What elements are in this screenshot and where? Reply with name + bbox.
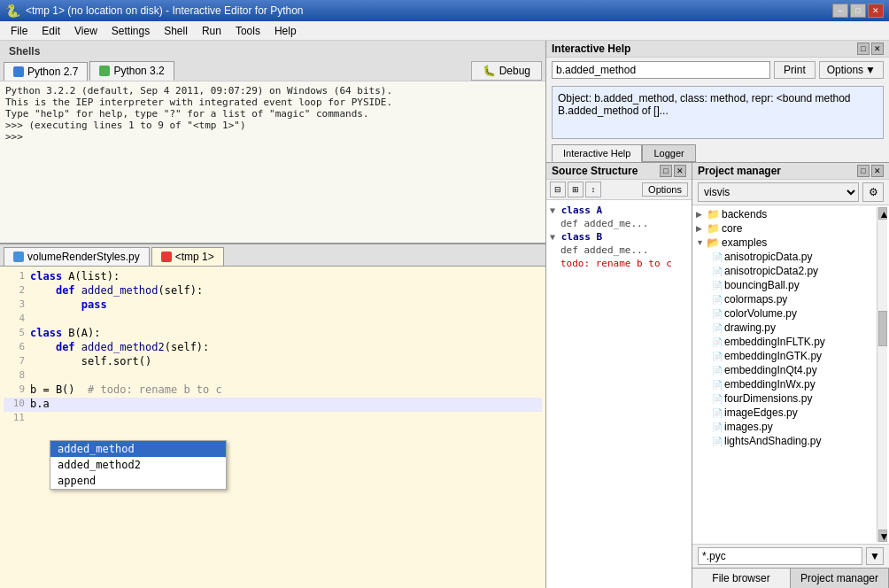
editor-content[interactable]: 1 class A(list): 2 def added_method(self… [0, 267, 545, 588]
editor-tab-volumerender-label: volumeRenderStyles.py [27, 251, 140, 263]
code-line-3: 3 pass [4, 298, 542, 313]
close-button[interactable]: ✕ [868, 4, 884, 18]
shell-tab-python32[interactable]: Python 3.2 [89, 61, 174, 81]
project-header: Project manager □ ✕ [692, 163, 889, 180]
file-embeddinginfltk[interactable]: 📄 embeddingInFLTK.py [694, 335, 877, 349]
code-line-8: 8 [4, 369, 542, 383]
file-anisotropicdata2[interactable]: 📄 anisotropicData2.py [694, 264, 877, 278]
project-selector[interactable]: visvis [698, 182, 859, 202]
folder-backends-label: backends [722, 208, 767, 220]
shell-line-4: >>> (executing lines 1 to 9 of "<tmp 1>"… [5, 120, 540, 131]
tab-project-manager[interactable]: Project manager [791, 569, 889, 588]
project-settings-button[interactable]: ⚙ [862, 182, 884, 202]
help-tab-interactive[interactable]: Interactive Help [552, 144, 642, 162]
source-def-added-method[interactable]: def added_me... [550, 217, 688, 230]
source-toolbar: ⊟ ⊞ ↕ Options [546, 180, 692, 200]
file-icon: 📄 [712, 323, 723, 333]
code-line-6: 6 def added_method2(self): [4, 341, 542, 355]
project-close-icon[interactable]: ✕ [871, 165, 884, 177]
debug-button[interactable]: 🐛 Debug [471, 61, 542, 81]
source-class-a[interactable]: ▼ class A [550, 204, 688, 217]
help-tab-logger[interactable]: Logger [642, 144, 695, 162]
file-fourdimensions[interactable]: 📄 fourDimensions.py [694, 391, 877, 406]
source-undock-icon[interactable]: □ [660, 165, 672, 177]
file-imageedges[interactable]: 📄 imageEdges.py [694, 406, 877, 420]
source-content: ▼ class A def added_me... ▼ class B def … [546, 200, 692, 588]
autocomplete-item-added-method[interactable]: added_method [50, 441, 226, 457]
editor-tab-volumerender[interactable]: volumeRenderStyles.py [4, 247, 150, 266]
tab-file-browser[interactable]: File browser [692, 569, 791, 588]
help-close-icon[interactable]: ✕ [871, 43, 884, 55]
project-undock-icon[interactable]: □ [857, 165, 870, 177]
filter-dropdown-button[interactable]: ▼ [866, 547, 884, 565]
menu-item-run[interactable]: Run [195, 23, 228, 39]
source-options-button[interactable]: Options [642, 182, 688, 197]
project-scrollbar[interactable]: ▲ ▼ [877, 207, 887, 542]
project-bottom-tabs: File browser Project manager [692, 568, 889, 588]
window-controls: – □ ✕ [832, 4, 884, 18]
source-nav-btn[interactable]: ↕ [585, 182, 601, 197]
menu-item-file[interactable]: File [4, 23, 35, 39]
folder-core[interactable]: ▶ 📁 core [694, 221, 877, 236]
main-layout: Shells Python 2.7 Python 3.2 🐛 Debug Pyt… [0, 41, 889, 588]
help-search-input[interactable] [552, 61, 770, 79]
file-icon: 📄 [712, 267, 723, 276]
code-line-10: 10 b.a [4, 398, 542, 412]
file-images[interactable]: 📄 images.py [694, 420, 877, 434]
file-icon: 📄 [712, 437, 723, 446]
shell-line-2: This is the IEP interpreter with integra… [5, 97, 540, 108]
shell-prompt: >>> [5, 131, 540, 143]
folder-examples[interactable]: ▼ 📂 examples [694, 236, 877, 250]
help-print-button[interactable]: Print [774, 61, 816, 79]
autocomplete-item-append[interactable]: append [50, 473, 226, 489]
help-undock-icon[interactable]: □ [857, 43, 870, 55]
help-options-button[interactable]: Options ▼ [819, 61, 884, 79]
shell-tab-bar: Shells [0, 41, 545, 59]
filter-input[interactable] [698, 547, 862, 565]
file-icon: 📄 [712, 422, 723, 432]
file-bouncingball[interactable]: 📄 bouncingBall.py [694, 278, 877, 292]
file-drawing[interactable]: 📄 drawing.py [694, 321, 877, 335]
menu-item-settings[interactable]: Settings [104, 23, 157, 39]
file-embeddingingtk[interactable]: 📄 embeddingInGTK.py [694, 349, 877, 363]
file-embeddinginwx[interactable]: 📄 embeddingInWx.py [694, 377, 877, 391]
shells-label: Shells [4, 43, 45, 59]
editor-tab-tmp1-label: <tmp 1> [175, 251, 214, 263]
menu-item-view[interactable]: View [67, 23, 104, 39]
menu-item-help[interactable]: Help [267, 23, 304, 39]
shell-tab-python27-label: Python 2.7 [27, 66, 78, 78]
tmp1-icon [161, 251, 172, 262]
folder-icon: 📂 [707, 236, 720, 249]
title-bar: 🐍 <tmp 1> (no location on disk) - Intera… [0, 0, 889, 21]
editor-tab-tmp1[interactable]: <tmp 1> [151, 247, 224, 266]
autocomplete-item-added-method2[interactable]: added_method2 [50, 457, 226, 473]
source-def-added-method2[interactable]: def added_me... [550, 244, 688, 257]
source-close-icon[interactable]: ✕ [674, 165, 686, 177]
source-header: Source Structure □ ✕ [546, 163, 692, 180]
source-header-icons: □ ✕ [660, 165, 686, 177]
minimize-button[interactable]: – [832, 4, 848, 18]
file-icon: 📄 [712, 394, 723, 404]
source-class-b[interactable]: ▼ class B [550, 230, 688, 244]
editor-tab-bar: volumeRenderStyles.py <tmp 1> [0, 244, 545, 267]
help-header: Interactive Help □ ✕ [546, 41, 889, 58]
source-expand-btn[interactable]: ⊞ [568, 182, 584, 197]
maximize-button[interactable]: □ [850, 4, 866, 18]
autocomplete-dropdown: added_method added_method2 append [50, 440, 227, 490]
bottom-panels: Source Structure □ ✕ ⊟ ⊞ ↕ Options ▼ cla… [546, 163, 889, 588]
menu-item-tools[interactable]: Tools [228, 23, 267, 39]
file-anisotropicdata[interactable]: 📄 anisotropicData.py [694, 250, 877, 264]
shell-tab-python32-label: Python 3.2 [113, 65, 164, 77]
source-todo: todo: rename b to c [550, 257, 688, 270]
file-lightsandshading[interactable]: 📄 lightsAndShading.py [694, 434, 877, 448]
file-colormaps[interactable]: 📄 colormaps.py [694, 292, 877, 306]
file-embeddinginqt4[interactable]: 📄 embeddingInQt4.py [694, 363, 877, 377]
shell-tab-python27[interactable]: Python 2.7 [4, 62, 88, 81]
menu-item-edit[interactable]: Edit [35, 23, 67, 39]
help-controls: Print Options ▼ [546, 58, 889, 82]
interactive-help-panel: Interactive Help □ ✕ Print Options ▼ Obj… [546, 41, 889, 163]
source-collapse-btn[interactable]: ⊟ [550, 182, 566, 197]
file-colorvolume[interactable]: 📄 colorVolume.py [694, 306, 877, 321]
menu-item-shell[interactable]: Shell [157, 23, 195, 39]
folder-backends[interactable]: ▶ 📁 backends [694, 207, 877, 221]
